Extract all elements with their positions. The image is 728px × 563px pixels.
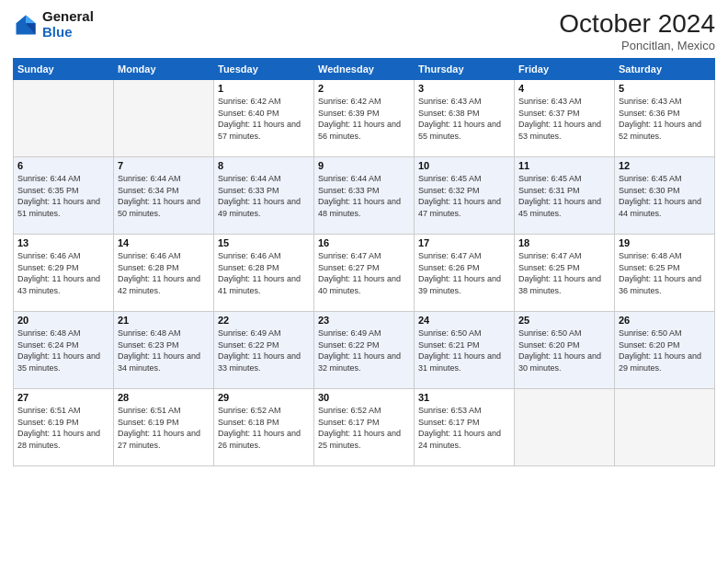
title-area: October 2024 Poncitlan, Mexico	[559, 9, 715, 52]
day-number: 18	[518, 237, 610, 248]
day-info: Sunrise: 6:50 AMSunset: 6:21 PMDaylight:…	[418, 327, 510, 373]
col-friday: Friday	[515, 59, 615, 80]
day-info: Sunrise: 6:51 AMSunset: 6:19 PMDaylight:…	[17, 405, 109, 451]
day-info: Sunrise: 6:50 AMSunset: 6:20 PMDaylight:…	[518, 327, 610, 373]
month-title: October 2024	[559, 9, 715, 39]
day-info: Sunrise: 6:52 AMSunset: 6:18 PMDaylight:…	[218, 405, 310, 451]
table-row: 2Sunrise: 6:42 AMSunset: 6:39 PMDaylight…	[314, 80, 415, 157]
table-row: 23Sunrise: 6:49 AMSunset: 6:22 PMDayligh…	[314, 312, 415, 389]
day-number: 10	[418, 160, 510, 171]
day-info: Sunrise: 6:48 AMSunset: 6:23 PMDaylight:…	[118, 327, 210, 373]
table-row: 24Sunrise: 6:50 AMSunset: 6:21 PMDayligh…	[415, 312, 515, 389]
day-info: Sunrise: 6:46 AMSunset: 6:29 PMDaylight:…	[17, 250, 109, 296]
day-info: Sunrise: 6:45 AMSunset: 6:30 PMDaylight:…	[619, 173, 711, 219]
table-row	[14, 80, 114, 157]
col-saturday: Saturday	[615, 59, 715, 80]
col-monday: Monday	[114, 59, 214, 80]
day-number: 30	[318, 392, 410, 403]
table-row: 26Sunrise: 6:50 AMSunset: 6:20 PMDayligh…	[615, 312, 715, 389]
day-info: Sunrise: 6:44 AMSunset: 6:33 PMDaylight:…	[318, 173, 410, 219]
day-info: Sunrise: 6:47 AMSunset: 6:27 PMDaylight:…	[318, 250, 410, 296]
day-number: 21	[118, 315, 210, 326]
logo-line2: Blue	[42, 25, 94, 40]
day-info: Sunrise: 6:48 AMSunset: 6:24 PMDaylight:…	[17, 327, 109, 373]
table-row: 1Sunrise: 6:42 AMSunset: 6:40 PMDaylight…	[214, 80, 314, 157]
day-number: 20	[17, 315, 109, 326]
calendar-week-row: 20Sunrise: 6:48 AMSunset: 6:24 PMDayligh…	[14, 312, 715, 389]
day-number: 28	[118, 392, 210, 403]
location: Poncitlan, Mexico	[559, 39, 715, 52]
day-info: Sunrise: 6:44 AMSunset: 6:34 PMDaylight:…	[118, 173, 210, 219]
day-number: 12	[619, 160, 711, 171]
calendar-week-row: 1Sunrise: 6:42 AMSunset: 6:40 PMDaylight…	[14, 80, 715, 157]
day-number: 9	[318, 160, 410, 171]
day-number: 5	[619, 83, 711, 94]
table-row: 25Sunrise: 6:50 AMSunset: 6:20 PMDayligh…	[515, 312, 615, 389]
table-row: 13Sunrise: 6:46 AMSunset: 6:29 PMDayligh…	[14, 235, 114, 312]
day-number: 13	[17, 237, 109, 248]
day-number: 31	[418, 392, 510, 403]
table-row: 14Sunrise: 6:46 AMSunset: 6:28 PMDayligh…	[114, 235, 214, 312]
day-info: Sunrise: 6:50 AMSunset: 6:20 PMDaylight:…	[619, 327, 711, 373]
day-info: Sunrise: 6:52 AMSunset: 6:17 PMDaylight:…	[318, 405, 410, 451]
table-row	[114, 80, 214, 157]
table-row: 31Sunrise: 6:53 AMSunset: 6:17 PMDayligh…	[415, 389, 515, 466]
table-row: 10Sunrise: 6:45 AMSunset: 6:32 PMDayligh…	[415, 157, 515, 235]
day-number: 3	[418, 83, 510, 94]
col-tuesday: Tuesday	[214, 59, 314, 80]
table-row	[515, 389, 615, 466]
table-row: 11Sunrise: 6:45 AMSunset: 6:31 PMDayligh…	[515, 157, 615, 235]
logo: General Blue	[13, 9, 94, 40]
table-row: 20Sunrise: 6:48 AMSunset: 6:24 PMDayligh…	[14, 312, 114, 389]
day-number: 4	[518, 83, 610, 94]
day-number: 23	[318, 315, 410, 326]
day-number: 1	[218, 83, 310, 94]
day-info: Sunrise: 6:51 AMSunset: 6:19 PMDaylight:…	[118, 405, 210, 451]
header: General Blue October 2024 Poncitlan, Mex…	[13, 9, 715, 52]
day-info: Sunrise: 6:46 AMSunset: 6:28 PMDaylight:…	[118, 250, 210, 296]
day-info: Sunrise: 6:49 AMSunset: 6:22 PMDaylight:…	[318, 327, 410, 373]
calendar-week-row: 13Sunrise: 6:46 AMSunset: 6:29 PMDayligh…	[14, 235, 715, 312]
table-row: 6Sunrise: 6:44 AMSunset: 6:35 PMDaylight…	[14, 157, 114, 235]
table-row: 3Sunrise: 6:43 AMSunset: 6:38 PMDaylight…	[415, 80, 515, 157]
day-number: 25	[518, 315, 610, 326]
day-info: Sunrise: 6:53 AMSunset: 6:17 PMDaylight:…	[418, 405, 510, 451]
table-row: 5Sunrise: 6:43 AMSunset: 6:36 PMDaylight…	[615, 80, 715, 157]
table-row: 27Sunrise: 6:51 AMSunset: 6:19 PMDayligh…	[14, 389, 114, 466]
day-info: Sunrise: 6:46 AMSunset: 6:28 PMDaylight:…	[218, 250, 310, 296]
table-row: 12Sunrise: 6:45 AMSunset: 6:30 PMDayligh…	[615, 157, 715, 235]
table-row: 9Sunrise: 6:44 AMSunset: 6:33 PMDaylight…	[314, 157, 415, 235]
table-row: 28Sunrise: 6:51 AMSunset: 6:19 PMDayligh…	[114, 389, 214, 466]
table-row: 8Sunrise: 6:44 AMSunset: 6:33 PMDaylight…	[214, 157, 314, 235]
day-number: 24	[418, 315, 510, 326]
day-number: 16	[318, 237, 410, 248]
page: General Blue October 2024 Poncitlan, Mex…	[0, 0, 728, 563]
calendar-week-row: 27Sunrise: 6:51 AMSunset: 6:19 PMDayligh…	[14, 389, 715, 466]
table-row: 15Sunrise: 6:46 AMSunset: 6:28 PMDayligh…	[214, 235, 314, 312]
calendar-header-row: Sunday Monday Tuesday Wednesday Thursday…	[14, 59, 715, 80]
col-sunday: Sunday	[14, 59, 114, 80]
table-row: 22Sunrise: 6:49 AMSunset: 6:22 PMDayligh…	[214, 312, 314, 389]
table-row: 19Sunrise: 6:48 AMSunset: 6:25 PMDayligh…	[615, 235, 715, 312]
day-info: Sunrise: 6:42 AMSunset: 6:39 PMDaylight:…	[318, 96, 410, 142]
calendar-week-row: 6Sunrise: 6:44 AMSunset: 6:35 PMDaylight…	[14, 157, 715, 235]
table-row: 29Sunrise: 6:52 AMSunset: 6:18 PMDayligh…	[214, 389, 314, 466]
day-number: 26	[619, 315, 711, 326]
day-info: Sunrise: 6:43 AMSunset: 6:36 PMDaylight:…	[619, 96, 711, 142]
table-row: 30Sunrise: 6:52 AMSunset: 6:17 PMDayligh…	[314, 389, 415, 466]
day-info: Sunrise: 6:47 AMSunset: 6:25 PMDaylight:…	[518, 250, 610, 296]
table-row: 17Sunrise: 6:47 AMSunset: 6:26 PMDayligh…	[415, 235, 515, 312]
day-number: 29	[218, 392, 310, 403]
table-row: 21Sunrise: 6:48 AMSunset: 6:23 PMDayligh…	[114, 312, 214, 389]
day-info: Sunrise: 6:47 AMSunset: 6:26 PMDaylight:…	[418, 250, 510, 296]
day-number: 6	[17, 160, 109, 171]
day-info: Sunrise: 6:44 AMSunset: 6:35 PMDaylight:…	[17, 173, 109, 219]
col-thursday: Thursday	[415, 59, 515, 80]
day-info: Sunrise: 6:49 AMSunset: 6:22 PMDaylight:…	[218, 327, 310, 373]
logo-icon	[13, 12, 39, 38]
calendar-table: Sunday Monday Tuesday Wednesday Thursday…	[13, 58, 715, 466]
day-number: 17	[418, 237, 510, 248]
day-number: 19	[619, 237, 711, 248]
svg-marker-1	[26, 15, 36, 23]
day-number: 22	[218, 315, 310, 326]
